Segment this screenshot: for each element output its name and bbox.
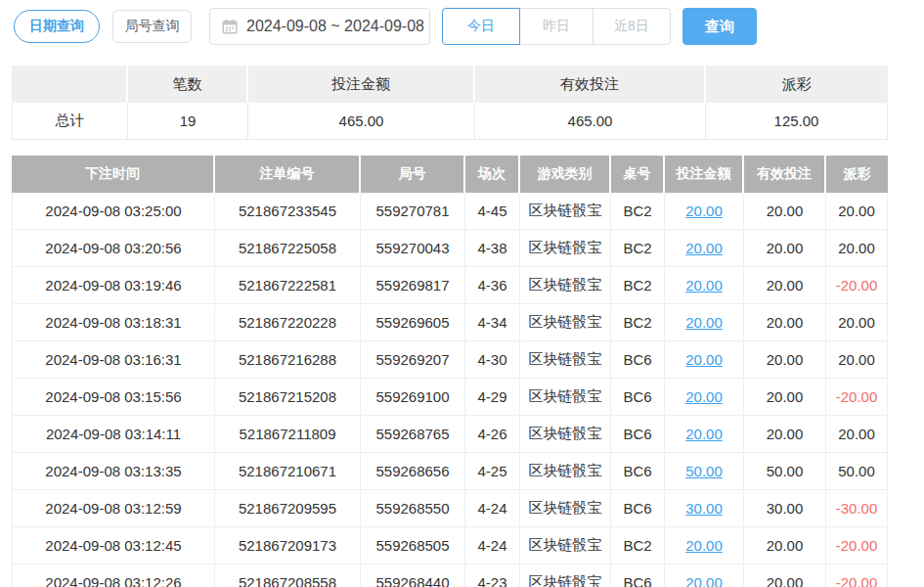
payout-cell: -20.00 [826, 564, 888, 587]
payout-cell: -20.00 [826, 527, 888, 564]
bet-amount-link[interactable]: 20.00 [685, 388, 723, 405]
valid-bet-cell: 20.00 [744, 267, 826, 304]
game-type-cell: 区块链骰宝 [520, 193, 611, 230]
bet-amount-link[interactable]: 20.00 [685, 351, 723, 368]
session-cell: 4-26 [465, 416, 520, 453]
search-button[interactable]: 查询 [682, 8, 757, 45]
session-cell: 4-24 [465, 527, 520, 564]
bet-amount-link[interactable]: 20.00 [685, 574, 723, 587]
valid-bet-cell: 20.00 [744, 527, 826, 564]
bet-amount-cell: 20.00 [665, 267, 744, 304]
session-cell: 4-23 [465, 564, 520, 587]
game-type-cell: 区块链骰宝 [520, 267, 611, 304]
payout-cell: 50.00 [826, 453, 888, 490]
last-8-days-button[interactable]: 近8日 [593, 8, 671, 45]
header-bet-amount: 投注金额 [665, 156, 744, 193]
bet-amount-cell: 20.00 [665, 341, 744, 379]
yesterday-button[interactable]: 昨日 [519, 8, 594, 45]
summary-header-count: 笔数 [128, 66, 248, 103]
toolbar: 日期查询 局号查询 2024-09-08 ~ 2024-09-08 今日 昨日 … [0, 0, 924, 45]
summary-total-label: 总计 [12, 103, 128, 140]
bet-amount-link[interactable]: 20.00 [685, 240, 723, 256]
valid-bet-cell: 20.00 [744, 379, 826, 416]
bet-time-cell: 2024-09-08 03:19:46 [12, 267, 215, 304]
bet-amount-cell: 50.00 [665, 453, 744, 490]
bet-id-cell: 521867216288 [215, 341, 361, 379]
bet-amount-cell: 20.00 [665, 230, 744, 267]
table-no-cell: BC2 [611, 267, 665, 304]
bet-amount-link[interactable]: 20.00 [685, 314, 723, 331]
session-cell: 4-36 [465, 267, 520, 304]
game-type-cell: 区块链骰宝 [520, 341, 611, 379]
bet-id-cell: 521867222581 [215, 267, 361, 304]
table-row: 2024-09-08 03:25:00521867233545559270781… [12, 193, 888, 230]
today-button[interactable]: 今日 [442, 8, 520, 45]
bet-id-cell: 521867208558 [215, 564, 361, 587]
header-round-id: 局号 [361, 156, 465, 193]
bet-id-cell: 521867209173 [215, 527, 361, 564]
date-query-tab[interactable]: 日期查询 [14, 10, 100, 43]
bet-amount-link[interactable]: 20.00 [685, 203, 723, 219]
payout-cell: 20.00 [826, 304, 888, 341]
bet-amount-cell: 20.00 [665, 193, 744, 230]
bet-amount-link[interactable]: 20.00 [685, 426, 723, 442]
payout-cell: 20.00 [826, 341, 888, 379]
valid-bet-cell: 30.00 [744, 490, 826, 527]
valid-bet-cell: 20.00 [744, 230, 826, 267]
bet-time-cell: 2024-09-08 03:25:00 [12, 193, 215, 230]
bet-amount-link[interactable]: 50.00 [685, 463, 723, 479]
header-game-type: 游戏类别 [520, 156, 611, 193]
bet-time-cell: 2024-09-08 03:12:59 [12, 490, 215, 527]
header-bet-id: 注单编号 [215, 156, 361, 193]
bet-amount-link[interactable]: 30.00 [685, 500, 723, 517]
summary-header-row: 笔数 投注金额 有效投注 派彩 [12, 66, 888, 103]
bet-id-cell: 521867211809 [215, 416, 361, 453]
summary-total-bet-amount: 465.00 [248, 103, 475, 140]
bet-amount-link[interactable]: 20.00 [685, 537, 723, 554]
table-no-cell: BC6 [611, 379, 665, 416]
table-no-cell: BC2 [611, 193, 665, 230]
date-range-input[interactable]: 2024-09-08 ~ 2024-09-08 [209, 8, 430, 45]
header-payout: 派彩 [826, 156, 888, 193]
table-row: 2024-09-08 03:13:35521867210671559268656… [12, 453, 888, 490]
round-id-cell: 559268550 [361, 490, 465, 527]
valid-bet-cell: 20.00 [744, 341, 826, 379]
bet-id-cell: 521867210671 [215, 453, 361, 490]
summary-total-valid-bet: 465.00 [475, 103, 706, 140]
summary-total-row: 总计 19 465.00 465.00 125.00 [12, 103, 888, 140]
bet-id-cell: 521867220228 [215, 304, 361, 341]
round-id-cell: 559269605 [361, 304, 465, 341]
table-row: 2024-09-08 03:12:59521867209595559268550… [12, 490, 888, 527]
bet-table-header-row: 下注时间 注单编号 局号 场次 游戏类别 桌号 投注金额 有效投注 派彩 [12, 156, 888, 193]
valid-bet-cell: 20.00 [744, 304, 826, 341]
game-type-cell: 区块链骰宝 [520, 564, 611, 587]
table-no-cell: BC6 [611, 453, 665, 490]
table-row: 2024-09-08 03:20:56521867225058559270043… [12, 230, 888, 267]
payout-cell: -20.00 [826, 267, 888, 304]
session-cell: 4-24 [465, 490, 520, 527]
round-id-cell: 559268440 [361, 564, 465, 587]
round-query-tab[interactable]: 局号查询 [112, 10, 192, 43]
session-cell: 4-34 [465, 304, 520, 341]
summary-header-blank [12, 66, 128, 103]
table-no-cell: BC6 [611, 341, 665, 379]
bet-time-cell: 2024-09-08 03:15:56 [12, 379, 215, 416]
table-row: 2024-09-08 03:19:46521867222581559269817… [12, 267, 888, 304]
bet-amount-cell: 20.00 [665, 379, 744, 416]
table-no-cell: BC2 [611, 527, 665, 564]
table-row: 2024-09-08 03:16:31521867216288559269207… [12, 341, 888, 379]
session-cell: 4-30 [465, 341, 520, 379]
bet-amount-cell: 20.00 [665, 416, 744, 453]
quick-range-group: 今日 昨日 近8日 [442, 8, 671, 45]
header-bet-time: 下注时间 [12, 156, 215, 193]
round-id-cell: 559268656 [361, 453, 465, 490]
table-no-cell: BC6 [611, 564, 665, 587]
bet-amount-cell: 30.00 [665, 490, 744, 527]
bet-time-cell: 2024-09-08 03:12:26 [12, 564, 215, 587]
bet-id-cell: 521867209595 [215, 490, 361, 527]
round-id-cell: 559268765 [361, 416, 465, 453]
round-id-cell: 559270043 [361, 230, 465, 267]
header-valid-bet: 有效投注 [744, 156, 826, 193]
bet-amount-link[interactable]: 20.00 [685, 277, 723, 294]
summary-table: 笔数 投注金额 有效投注 派彩 总计 19 465.00 465.00 125.… [12, 66, 888, 140]
